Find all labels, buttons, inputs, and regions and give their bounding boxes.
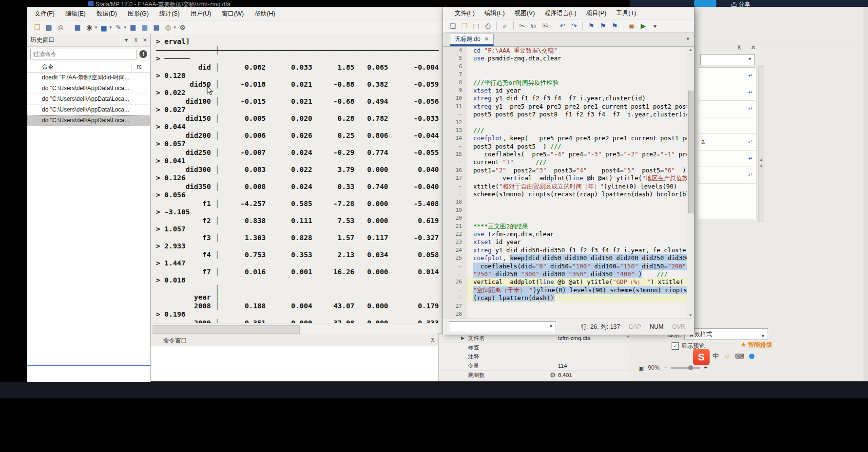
menu-item[interactable]: 编辑(E) [480,9,510,18]
filter-alert-icon[interactable]: ! [139,50,147,58]
code-row[interactable]: 15 coeflabels( pre5="-4" pre4="-3" pre3=… [443,151,694,158]
history-column-headers[interactable]: 命令 _rc [27,61,150,73]
code-row[interactable]: ⌐xtitle("相对于自由贸易区成立的时间（年）")yline(0) leve… [443,183,694,190]
menu-item[interactable]: 文件(F) [29,10,60,18]
bookmark-toggle-icon[interactable]: ⚑ [586,22,597,30]
results-hscrollbar-thumb[interactable] [153,325,300,334]
data-browser-icon[interactable]: ▦ [139,23,150,31]
tab-untitled-do[interactable]: 无标题.do ✕ [450,34,494,46]
print-icon[interactable]: ⎙ [482,22,493,30]
log-icon[interactable]: ▦ [72,23,83,31]
code-row[interactable]: 27 [443,302,694,310]
code-row[interactable]: ⌐post5 post6 post7 post8 f1 f2 f3 f4 f7 … [443,111,694,118]
code-row[interactable]: 11xtreg y1 pre5 pre4 pre3 pre2 pre1 curr… [443,103,694,111]
menu-item[interactable]: 图形(G) [122,10,154,18]
code-row[interactable]: 16post1="2" post2="3" post3="4" post4="5… [443,167,694,174]
gear-icon[interactable]: ⚙ [550,371,556,379]
property-row[interactable]: 变量114 [439,361,630,371]
editor-vscrollbar-thumb[interactable] [688,91,694,213]
close-icon[interactable]: ✕ [484,36,489,42]
menu-item[interactable]: 视图(V) [510,9,540,18]
code-row[interactable]: 8///平行趋势or时间异质性检验 [443,79,694,87]
code-row[interactable]: 25coefplot, keep(did did50 did100 did150… [443,254,694,262]
history-row[interactable]: doedit "F:\AA-录制\空间did-时间... [27,73,150,83]
scroll-down-icon[interactable]: ▼ [759,164,763,169]
code-row[interactable]: 20 [443,214,694,222]
chevron-down-icon[interactable]: ▼ [173,25,177,30]
code-row[interactable]: ⌐current="1" /// [443,158,694,166]
code-area[interactable]: 4cd "F:\AAA-重要数据\交稿"5use psmdid-zmq.dta,… [443,47,694,319]
menu-item[interactable]: 编辑(E) [60,10,91,18]
menu-item[interactable]: 数据(D) [91,10,122,18]
code-row[interactable]: 22use tzfm-zmq.dta,clear [443,230,694,238]
pin-icon[interactable]: ⊼ [737,44,742,51]
chevron-down-icon[interactable]: ▼ [94,25,98,30]
wps-scrollbar[interactable]: ▲ ▼ [758,66,764,222]
code-row[interactable]: 10xtreg y1 did f1 f2 f3 f4 f7 i.year,clu… [443,94,694,102]
bookmark-next-icon[interactable]: ⚑ [609,22,620,30]
code-row[interactable]: 12 [443,119,694,127]
menu-item[interactable]: 工具(T) [611,9,641,18]
code-row[interactable]: 17 vertical addplot(line @b @at) ytitle(… [443,174,694,182]
code-row[interactable]: 14coefplot, keep( pre5 pre4 pre3 pre2 pr… [443,134,694,142]
col-rc[interactable]: _rc [132,63,150,70]
history-row[interactable]: do "C:\Users\dell\AppData\Loca... [27,115,150,126]
chevron-down-icon[interactable]: ▾ [627,334,629,339]
open-icon[interactable]: ❒ [32,23,42,31]
keyboard-icon[interactable]: ⌨ [735,353,744,360]
chevron-down-icon[interactable]: ▼ [109,25,113,30]
code-row[interactable]: 23xtset id year [443,238,694,246]
code-row[interactable]: 24xtreg y1 did did50-did350 f1 f2 f3 f4 … [443,246,694,254]
close-icon[interactable]: ✕ [143,37,147,43]
wps-style-combobox[interactable]: ▼ [700,54,755,65]
property-row[interactable]: 标签 [439,343,630,352]
zoom-in-icon[interactable]: + [704,364,707,371]
code-row[interactable]: 6 [443,63,694,71]
more-icon[interactable]: ◍ [163,23,174,31]
bookmark-prev-icon[interactable]: ⚑ [598,22,608,30]
history-row[interactable]: do "C:\Users\dell\AppData\Loca... [27,83,150,94]
microphone-icon[interactable] [749,354,754,359]
paste-icon[interactable]: ⎘ [540,22,551,30]
menu-item[interactable]: 程序语言(L) [540,9,581,18]
zoom-slider-thumb[interactable] [688,365,693,370]
style-select[interactable]: 有效样式▼ [684,328,768,340]
code-row[interactable]: ⌐(rcap) lpattern(dash)) [443,294,694,302]
scroll-up-icon[interactable]: ▲ [687,48,694,52]
code-row[interactable]: 7 [443,71,694,78]
filter-funnel-icon[interactable]: ▼ [124,37,129,43]
code-row[interactable]: 13/// [443,127,694,134]
code-row[interactable]: 4cd "F:\AAA-重要数据\交稿" [443,47,694,55]
chevron-down-icon[interactable]: ▼ [123,25,127,30]
menu-item[interactable]: 用户(U) [185,10,216,18]
break-icon[interactable]: ⊗ [177,23,188,31]
menu-item[interactable]: 窗口(W) [216,10,249,18]
code-row[interactable]: ⌐scheme(s1mono) ciopts(recast(rcap) lpat… [443,190,694,198]
checkbox-checked-icon[interactable]: ✓ [672,342,679,350]
undo-icon[interactable]: ↶ [557,22,568,30]
col-command[interactable]: 命令 [27,63,132,71]
toolbar-overflow-icon[interactable]: ▾ [650,22,660,30]
zoom-slider[interactable] [671,367,700,369]
property-row[interactable]: 观测数8,401 [439,371,630,380]
code-row[interactable]: ⌐"250" did250="300" did300="350" did350=… [443,270,694,278]
data-editor-icon[interactable]: ▦ [128,23,138,31]
close-icon[interactable]: ✕ [751,44,756,51]
zoom-out-icon[interactable]: − [663,364,667,371]
new-icon[interactable]: ❏ [447,22,458,30]
code-row[interactable]: 18 [443,198,694,206]
print-icon[interactable]: ⎙ [55,23,66,32]
find-icon[interactable]: ⌕ [500,22,510,30]
copy-icon[interactable]: ⧉ [528,22,539,30]
smiley-icon[interactable]: ☺ [724,353,730,360]
pin-icon[interactable]: ⊼ [134,37,138,43]
code-row[interactable]: 5use psmdid-zmq.dta,clear [443,55,694,62]
editor-vscrollbar[interactable]: ▲ ▼ [687,47,694,319]
graph-icon[interactable]: ▅ [98,23,109,31]
code-row[interactable]: 28 [443,310,694,318]
code-row[interactable]: ⌐"空间距离（千米） ")yline(0) levels(90) scheme(… [443,286,694,294]
variables-icon[interactable]: ▦ [151,23,162,31]
cut-icon[interactable]: ✂ [517,22,527,30]
code-row[interactable]: 19 [443,207,694,214]
save-icon[interactable]: ▤ [43,23,54,31]
